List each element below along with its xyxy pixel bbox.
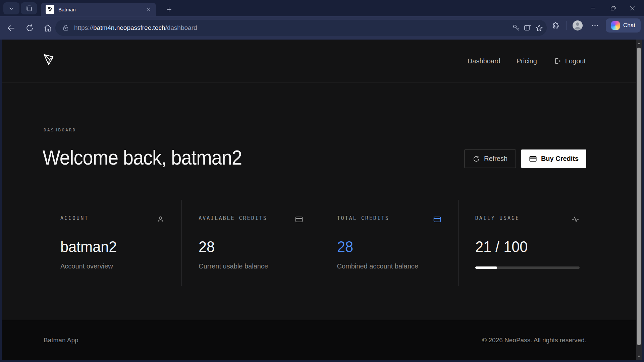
page-title: Welcome back, batman2 <box>43 145 242 169</box>
stacked-tabs-icon <box>25 5 32 12</box>
toolbar-right: Chat <box>549 18 641 33</box>
available-credits-card: AVAILABLE CREDITS 28 Current usable bala… <box>181 200 320 286</box>
site-header: Dashboard Pricing Logout <box>2 40 636 82</box>
logout-label: Logout <box>565 57 586 65</box>
stats-row: ACCOUNT batman2 Account overview AVAILAB… <box>44 200 596 286</box>
url-text[interactable]: https://batm4n.neopassfree.tech/dashboar… <box>74 24 512 32</box>
scrollbar-thumb[interactable] <box>637 48 641 345</box>
workspaces-button[interactable] <box>21 2 37 14</box>
credit-card-icon <box>529 155 537 163</box>
refresh-button[interactable]: Refresh <box>464 149 516 168</box>
buy-credits-label: Buy Credits <box>541 155 579 163</box>
back-arrow-icon <box>7 24 16 33</box>
daily-usage-progress-fill <box>475 266 497 269</box>
activity-icon <box>571 215 580 224</box>
ellipsis-icon <box>591 21 599 29</box>
copilot-chat-label: Chat <box>623 22 635 29</box>
copilot-chat-button[interactable]: Chat <box>606 18 641 33</box>
toolbar-divider <box>567 21 567 30</box>
restore-icon <box>610 5 616 11</box>
window-edge-right <box>642 40 644 362</box>
daily-usage-card: DAILY USAGE 21 / 100 <box>458 200 596 286</box>
tab-title: Batman <box>58 7 146 12</box>
logout-icon <box>553 57 561 65</box>
available-credits-value: 28 <box>199 238 297 256</box>
tab-strip: Batman <box>0 0 644 16</box>
browser-tab[interactable]: Batman <box>41 3 156 16</box>
account-card-label: ACCOUNT <box>60 215 89 221</box>
daily-usage-value: 21 / 100 <box>475 238 574 256</box>
window-edge-bottom <box>0 360 644 362</box>
address-bar[interactable]: https://batm4n.neopassfree.tech/dashboar… <box>55 20 547 36</box>
restore-button[interactable] <box>603 0 623 16</box>
url-protocol: https:// <box>74 24 93 31</box>
available-credits-sub: Current usable balance <box>199 262 303 270</box>
footer-copyright: © 2026 NeoPass. All rights reserved. <box>482 337 586 344</box>
minimize-icon <box>591 5 596 11</box>
total-credits-value: 28 <box>337 238 435 256</box>
lock-icon <box>62 24 69 32</box>
tron-logo-icon <box>42 53 55 66</box>
tab-close-icon[interactable] <box>146 7 151 12</box>
home-icon <box>44 24 52 32</box>
account-card: ACCOUNT batman2 Account overview <box>44 200 181 286</box>
buy-credits-button[interactable]: Buy Credits <box>521 149 586 168</box>
window-controls <box>584 0 642 16</box>
logout-button[interactable]: Logout <box>553 57 586 65</box>
total-credits-label: TOTAL CREDITS <box>337 215 389 221</box>
daily-usage-progress-track <box>475 266 580 269</box>
puzzle-icon <box>552 21 560 30</box>
page-eyebrow: DASHBOARD <box>44 127 76 132</box>
credit-card-icon <box>433 215 441 224</box>
page-content: Dashboard Pricing Logout DASHBOARD Welco… <box>2 40 636 360</box>
chevron-down-icon <box>8 5 14 11</box>
reload-icon <box>25 24 34 32</box>
browser-window: Batman <box>0 0 644 362</box>
password-key-icon[interactable] <box>512 24 520 32</box>
url-path: /dashboard <box>165 24 197 31</box>
account-card-value: batman2 <box>60 238 159 256</box>
refresh-icon <box>473 155 480 163</box>
avatar-icon <box>572 20 583 31</box>
close-icon <box>630 5 635 11</box>
nav-link-dashboard[interactable]: Dashboard <box>468 57 500 65</box>
site-logo[interactable] <box>42 53 55 66</box>
new-tab-button[interactable] <box>164 4 174 15</box>
extensions-button[interactable] <box>549 19 562 32</box>
back-button[interactable] <box>5 21 18 35</box>
daily-usage-label: DAILY USAGE <box>475 215 520 221</box>
scrollbar-up-icon[interactable] <box>636 40 642 47</box>
settings-menu-button[interactable] <box>588 19 602 32</box>
site-footer: Batman App © 2026 NeoPass. All rights re… <box>2 320 636 360</box>
nav-link-pricing[interactable]: Pricing <box>517 57 537 65</box>
home-button[interactable] <box>41 21 54 35</box>
split-screen-icon[interactable] <box>524 24 532 32</box>
total-credits-card: TOTAL CREDITS 28 Combined account balanc… <box>320 200 458 286</box>
user-icon <box>156 215 165 224</box>
credit-card-icon <box>295 215 303 224</box>
copilot-icon <box>611 21 620 30</box>
tron-logo-icon <box>47 6 53 12</box>
tab-search-button[interactable] <box>3 2 19 14</box>
minimize-button[interactable] <box>584 0 603 16</box>
profile-button[interactable] <box>571 19 584 32</box>
refresh-label: Refresh <box>484 155 507 163</box>
account-card-sub: Account overview <box>60 262 165 270</box>
reload-button[interactable] <box>23 21 36 35</box>
plus-icon <box>166 6 172 13</box>
tab-favicon <box>46 5 54 14</box>
scrollbar-down-icon[interactable] <box>636 353 642 360</box>
favorite-star-icon[interactable] <box>535 24 543 32</box>
url-host: batm4n.neopassfree.tech <box>93 24 165 31</box>
footer-app-name: Batman App <box>44 337 78 344</box>
available-credits-label: AVAILABLE CREDITS <box>199 215 267 221</box>
scrollbar[interactable] <box>636 40 642 360</box>
close-window-button[interactable] <box>623 0 642 16</box>
total-credits-sub: Combined account balance <box>337 262 441 270</box>
